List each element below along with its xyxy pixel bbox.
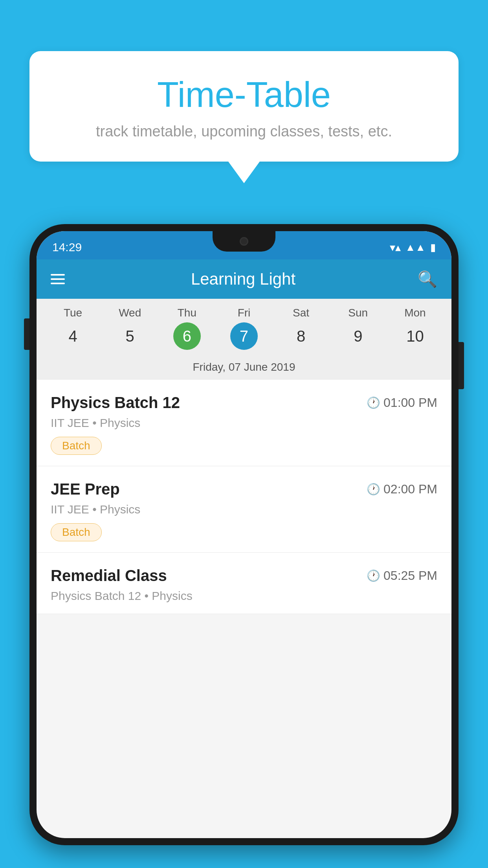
front-camera — [240, 237, 248, 246]
app-title: Learning Light — [81, 270, 406, 289]
clock-icon-1: 🕐 — [367, 396, 380, 409]
day-name-tue: Tue — [64, 307, 82, 319]
schedule-subtitle-3: Physics Batch 12 • Physics — [51, 589, 437, 603]
day-num-fri: 7 — [230, 322, 258, 350]
day-num-mon: 10 — [401, 322, 429, 350]
day-name-wed: Wed — [119, 307, 141, 319]
status-time: 14:29 — [52, 241, 82, 254]
day-name-sun: Sun — [348, 307, 368, 319]
batch-badge-2: Batch — [51, 523, 102, 541]
schedule-title-3: Remedial Class — [51, 567, 167, 585]
selected-date-label: Friday, 07 June 2019 — [37, 355, 451, 380]
day-col-wed[interactable]: Wed 5 — [101, 307, 158, 350]
schedule-item-header-2: JEE Prep 🕐 02:00 PM — [51, 480, 437, 498]
speech-bubble-card: Time-Table track timetable, upcoming cla… — [29, 51, 459, 162]
feature-subtitle: track timetable, upcoming classes, tests… — [49, 123, 439, 140]
battery-icon: ▮ — [430, 241, 436, 254]
schedule-time-2: 🕐 02:00 PM — [367, 482, 437, 497]
day-num-thu: 6 — [173, 322, 201, 350]
wifi-icon: ▾▴ — [390, 241, 401, 254]
speech-bubble-section: Time-Table track timetable, upcoming cla… — [29, 51, 459, 183]
status-icons: ▾▴ ▲▲ ▮ — [390, 241, 436, 254]
schedule-title-2: JEE Prep — [51, 480, 120, 498]
day-col-sun[interactable]: Sun 9 — [330, 307, 387, 350]
signal-icon: ▲▲ — [405, 241, 426, 254]
phone-outer-shell: 14:29 ▾▴ ▲▲ ▮ Learning Light 🔍 — [29, 224, 459, 845]
speech-bubble-arrow — [228, 162, 260, 183]
search-icon[interactable]: 🔍 — [418, 270, 437, 289]
day-name-sat: Sat — [293, 307, 309, 319]
schedule-time-3: 🕐 05:25 PM — [367, 568, 437, 583]
calendar-strip: Tue 4 Wed 5 Thu 6 Fri 7 — [37, 299, 451, 380]
day-name-fri: Fri — [238, 307, 251, 319]
phone-notch — [213, 231, 275, 252]
schedule-title-1: Physics Batch 12 — [51, 394, 180, 412]
clock-icon-2: 🕐 — [367, 483, 380, 496]
day-num-sun: 9 — [344, 322, 372, 350]
day-col-thu[interactable]: Thu 6 — [158, 307, 215, 350]
schedule-subtitle-2: IIT JEE • Physics — [51, 503, 437, 516]
schedule-time-1: 🕐 01:00 PM — [367, 395, 437, 410]
batch-badge-1: Batch — [51, 437, 102, 455]
day-col-fri[interactable]: Fri 7 — [215, 307, 272, 350]
phone-screen: 14:29 ▾▴ ▲▲ ▮ Learning Light 🔍 — [37, 231, 451, 838]
day-col-tue[interactable]: Tue 4 — [44, 307, 101, 350]
schedule-item-1[interactable]: Physics Batch 12 🕐 01:00 PM IIT JEE • Ph… — [37, 380, 451, 466]
day-col-mon[interactable]: Mon 10 — [387, 307, 444, 350]
days-row: Tue 4 Wed 5 Thu 6 Fri 7 — [37, 307, 451, 350]
schedule-subtitle-1: IIT JEE • Physics — [51, 416, 437, 430]
day-num-wed: 5 — [116, 322, 144, 350]
day-name-mon: Mon — [404, 307, 426, 319]
day-name-thu: Thu — [178, 307, 196, 319]
clock-icon-3: 🕐 — [367, 569, 380, 582]
schedule-item-header-1: Physics Batch 12 🕐 01:00 PM — [51, 394, 437, 412]
schedule-item-3[interactable]: Remedial Class 🕐 05:25 PM Physics Batch … — [37, 553, 451, 614]
feature-title: Time-Table — [49, 75, 439, 115]
app-bar: Learning Light 🔍 — [37, 259, 451, 299]
day-num-sat: 8 — [287, 322, 315, 350]
schedule-item-header-3: Remedial Class 🕐 05:25 PM — [51, 567, 437, 585]
phone-mockup: 14:29 ▾▴ ▲▲ ▮ Learning Light 🔍 — [29, 224, 459, 868]
day-num-tue: 4 — [59, 322, 87, 350]
day-col-sat[interactable]: Sat 8 — [273, 307, 330, 350]
schedule-list: Physics Batch 12 🕐 01:00 PM IIT JEE • Ph… — [37, 380, 451, 614]
schedule-item-2[interactable]: JEE Prep 🕐 02:00 PM IIT JEE • Physics Ba… — [37, 466, 451, 553]
hamburger-menu-button[interactable] — [51, 274, 65, 284]
